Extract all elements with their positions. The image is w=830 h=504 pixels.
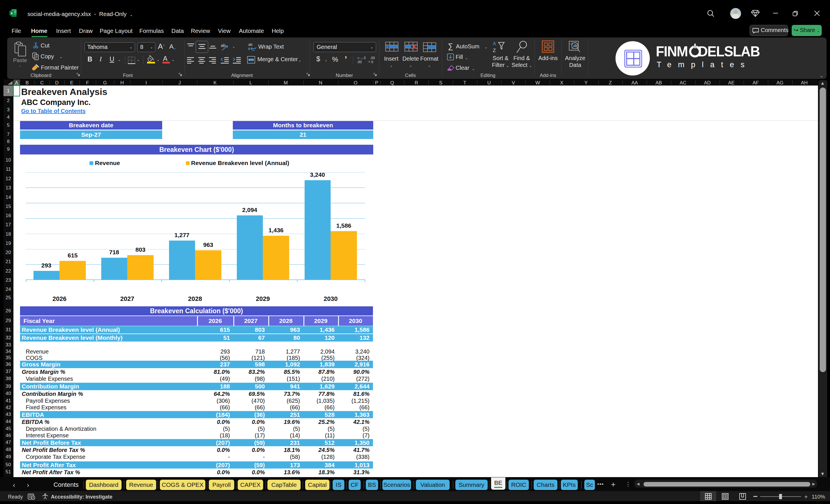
svg-text:ab: ab [248, 42, 252, 46]
svg-text:.00: .00 [357, 60, 362, 64]
svg-text:ab: ab [221, 43, 226, 48]
svg-text:0: 0 [371, 60, 373, 64]
svg-text:A: A [493, 41, 496, 46]
svg-text:Z: Z [493, 48, 496, 53]
svg-text:←0: ←0 [360, 56, 365, 60]
svg-text:.00: .00 [370, 56, 375, 60]
svg-text:x: x [10, 11, 13, 15]
svg-text:c: c [248, 46, 250, 51]
